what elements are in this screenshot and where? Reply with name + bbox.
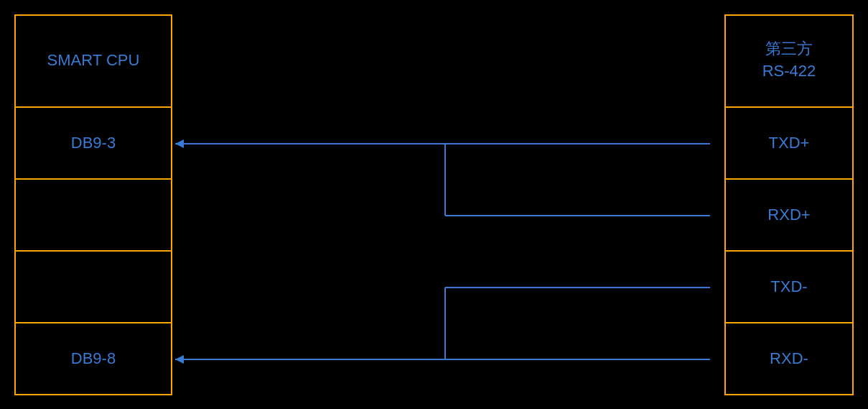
right-row-rxd-plus: RXD+ <box>724 180 854 252</box>
txd-minus-label: TXD- <box>770 277 807 296</box>
smart-cpu-label: SMART CPU <box>47 51 140 70</box>
right-row-rxd-minus: RXD- <box>724 323 854 395</box>
left-row-empty-3 <box>14 395 172 409</box>
right-row-txd-plus: TXD+ <box>724 108 854 180</box>
left-header: SMART CPU <box>14 14 172 108</box>
right-row-empty-r <box>724 395 854 409</box>
rxd-plus-label: RXD+ <box>767 206 810 224</box>
txd-plus-label: TXD+ <box>769 134 810 152</box>
db9-3-label: DB9-3 <box>71 134 116 152</box>
db9-8-label: DB9-8 <box>71 349 116 368</box>
right-row-txd-minus: TXD- <box>724 252 854 323</box>
left-row-empty-2 <box>14 252 172 323</box>
svg-marker-4 <box>175 139 184 148</box>
left-row-empty-1 <box>14 180 172 252</box>
left-row-db9-3: DB9-3 <box>14 108 172 180</box>
left-row-db9-8: DB9-8 <box>14 323 172 395</box>
diagram: SMART CPU DB9-3 DB9-8 第三方 RS-422 TXD+ RX… <box>0 0 868 409</box>
rxd-minus-label: RXD- <box>770 349 808 368</box>
third-party-label: 第三方 RS-422 <box>762 38 816 83</box>
right-header: 第三方 RS-422 <box>724 14 854 108</box>
svg-marker-9 <box>175 355 184 364</box>
